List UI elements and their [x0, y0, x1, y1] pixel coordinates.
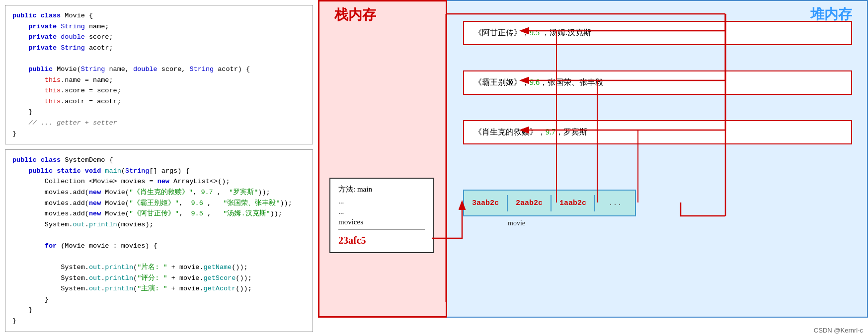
- stack-area: 栈内存 方法: main ... ... movices 23afc5: [318, 0, 447, 318]
- stack-label: 栈内存: [334, 5, 376, 24]
- code-block-system-demo: public class SystemDemo { public static …: [5, 149, 313, 332]
- code-block-movie: public class Movie { private String name…: [5, 5, 313, 144]
- heap-object-aganzc: 《阿甘正传》，9.5 ，汤姆.汉克斯: [463, 21, 852, 45]
- stack-var: movices: [338, 218, 425, 230]
- heap-area: 堆内存 《阿甘正传》，9.5 ，汤姆.汉克斯 《霸王别姬》，9.6，张国荣、张丰…: [437, 0, 868, 318]
- left-panel: public class Movie { private String name…: [0, 0, 318, 336]
- heap-object-xiaoshengke: 《肖生克的救赎》，9.7，罗宾斯: [463, 120, 852, 144]
- stack-method: 方法: main: [338, 185, 425, 194]
- stack-address: 23afc5: [338, 235, 425, 246]
- watermark: CSDN @Kernrl-c: [814, 327, 863, 334]
- arraylist-box: 3aab2c 2aab2c 1aab2c ...: [463, 190, 636, 216]
- arraylist-label: movie: [508, 219, 525, 227]
- stack-dots2: ...: [338, 207, 425, 216]
- stack-frame: 方法: main ... ... movices 23afc5: [329, 178, 434, 253]
- stack-dots1: ...: [338, 197, 425, 205]
- cell-1aab2c: 1aab2c: [552, 195, 595, 211]
- right-panel: 堆内存 《阿甘正传》，9.5 ，汤姆.汉克斯 《霸王别姬》，9.6，张国荣、张丰…: [318, 0, 868, 336]
- heap-object-bawang: 《霸王别姬》，9.6，张国荣、张丰毅: [463, 70, 852, 95]
- cell-dots: ...: [595, 195, 635, 211]
- cell-3aab2c: 3aab2c: [464, 195, 508, 211]
- cell-2aab2c: 2aab2c: [508, 195, 552, 211]
